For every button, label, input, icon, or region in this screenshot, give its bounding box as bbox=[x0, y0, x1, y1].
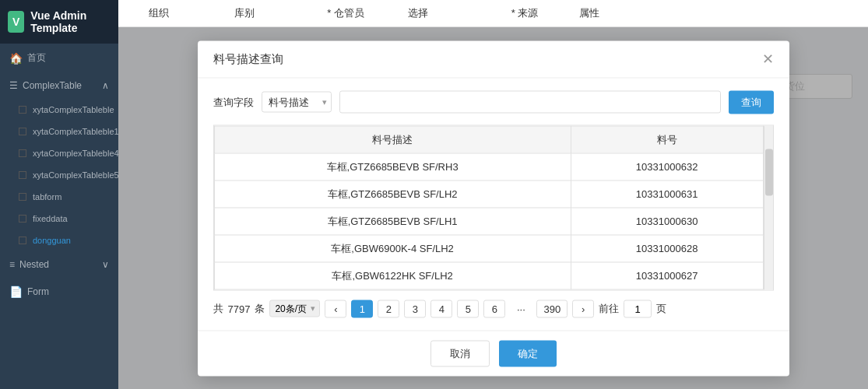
chevron-icon: ∧ bbox=[102, 80, 109, 91]
page-button-5[interactable]: 5 bbox=[457, 300, 479, 317]
cell-partno: 10331000632 bbox=[571, 153, 763, 180]
sidebar-group-nested[interactable]: ≡ Nested ∨ bbox=[0, 251, 118, 278]
sidebar-group-complex-table[interactable]: ☰ ComplexTable ∧ bbox=[0, 72, 118, 99]
col-select: 选择 bbox=[408, 6, 470, 20]
sub-item-label: xytaComplexTableble bbox=[33, 105, 114, 114]
page-button-4[interactable]: 4 bbox=[430, 300, 452, 317]
search-field-select-wrapper[interactable]: 料号描述 bbox=[262, 92, 332, 113]
page-ellipsis: ··· bbox=[510, 300, 532, 317]
col-cangguanyuan: * 仓管员 bbox=[299, 6, 392, 20]
result-table-wrapper: 料号描述 料号 车框,GTZ6685BEVB SF/RH3 1033100063… bbox=[213, 124, 774, 290]
page-button-2[interactable]: 2 bbox=[378, 300, 399, 317]
table-row[interactable]: 车框,GTZ6685BEVB SF/LH2 10331000631 bbox=[214, 180, 772, 208]
total-suffix: 条 bbox=[255, 302, 265, 316]
jump-suffix: 页 bbox=[656, 302, 666, 316]
sidebar-item-form-label: Form bbox=[27, 286, 49, 297]
total-count: 7797 bbox=[228, 303, 251, 314]
search-modal: 料号描述查询 ✕ 查询字段 料号描述 查询 bbox=[198, 40, 789, 376]
sub-item-label: xytaComplexTableble4 bbox=[33, 149, 118, 158]
sidebar-item-form[interactable]: 📄 Form bbox=[0, 278, 118, 306]
table-header-row: 料号描述 料号 bbox=[214, 126, 772, 153]
sidebar-item-label: 首页 bbox=[27, 51, 46, 65]
query-button[interactable]: 查询 bbox=[729, 90, 774, 114]
form-icon: 📄 bbox=[9, 286, 23, 298]
search-bar: 查询字段 料号描述 查询 bbox=[213, 90, 774, 114]
total-prefix: 共 bbox=[213, 302, 223, 316]
sidebar-sub-fixeddata[interactable]: fixeddata bbox=[0, 208, 118, 230]
pagination: 共 7797 条 20条/页 50条/页 ‹ 1 2 3 4 5 6 bbox=[213, 300, 774, 317]
sidebar-header: V Vue Admin Template bbox=[0, 0, 118, 44]
scroll-thumb[interactable] bbox=[765, 149, 773, 195]
app-name: Vue Admin Template bbox=[30, 9, 111, 34]
main-header: 组织 库别 * 仓管员 选择 * 来源 属性 bbox=[118, 0, 868, 27]
logo-icon: V bbox=[8, 11, 24, 33]
sidebar: V Vue Admin Template 🏠 首页 ☰ ComplexTable… bbox=[0, 0, 118, 389]
page-size-wrapper[interactable]: 20条/页 50条/页 bbox=[269, 300, 320, 317]
search-input[interactable] bbox=[339, 91, 721, 114]
col-shuxing: 属性 bbox=[579, 6, 641, 20]
prev-page-button[interactable]: ‹ bbox=[325, 300, 346, 317]
sidebar-sub-xyta4[interactable]: xytaComplexTableble5 bbox=[0, 164, 118, 186]
col-kubi: 库别 bbox=[206, 6, 283, 20]
cell-description: 车框,GBW6122HK SF/LH2 bbox=[214, 262, 571, 289]
complex-table-icon: ☰ bbox=[9, 80, 18, 91]
col-laiyuan: * 来源 bbox=[486, 6, 564, 20]
page-button-3[interactable]: 3 bbox=[404, 300, 426, 317]
result-table: 料号描述 料号 车框,GTZ6685BEVB SF/RH3 1033100063… bbox=[214, 125, 773, 289]
search-field-label: 查询字段 bbox=[213, 95, 254, 109]
confirm-button[interactable]: 确定 bbox=[499, 340, 557, 366]
main-area: 组织 库别 * 仓管员 选择 * 来源 属性 货位 料号描述查询 ✕ 查询字段 bbox=[118, 0, 868, 389]
cell-partno: 10331000628 bbox=[571, 235, 763, 262]
sidebar-sub-dongguan[interactable]: dongguan bbox=[0, 230, 118, 251]
home-icon: 🏠 bbox=[9, 52, 23, 65]
sidebar-group-label-text: ComplexTable bbox=[23, 80, 82, 91]
sidebar-group-nested-label: Nested bbox=[19, 259, 49, 270]
col-org: 组织 bbox=[128, 6, 190, 20]
page-size-select[interactable]: 20条/页 50条/页 bbox=[269, 300, 320, 317]
sidebar-sub-xyta2[interactable]: xytaComplexTableble1 bbox=[0, 121, 118, 142]
sub-item-label: tabform bbox=[33, 192, 61, 202]
jump-prefix: 前往 bbox=[599, 302, 619, 316]
cell-description: 车框,GTZ6685BEVB SF/LH2 bbox=[214, 180, 571, 208]
cell-description: 车框,GTZ6685BEVB SF/LH1 bbox=[214, 208, 571, 235]
search-field-select[interactable]: 料号描述 bbox=[262, 92, 332, 113]
modal-header: 料号描述查询 ✕ bbox=[198, 40, 789, 78]
sidebar-sub-xyta3[interactable]: xytaComplexTableble4 bbox=[0, 142, 118, 164]
sub-item-label: dongguan bbox=[33, 236, 71, 245]
scrollbar[interactable] bbox=[764, 125, 773, 289]
page-button-6[interactable]: 6 bbox=[483, 300, 505, 317]
page-button-1[interactable]: 1 bbox=[351, 300, 373, 317]
cell-description: 车框,GBW6900K-4 SF/LH2 bbox=[214, 235, 571, 262]
sidebar-sub-xyta1[interactable]: xytaComplexTableble bbox=[0, 99, 118, 121]
table-row[interactable]: 车框,GTZ6685BEVB SF/RH3 10331000632 bbox=[214, 153, 772, 180]
sidebar-sub-tabform[interactable]: tabform bbox=[0, 186, 118, 208]
main-content: 货位 料号描述查询 ✕ 查询字段 料号描述 查询 bbox=[118, 27, 868, 389]
modal-title: 料号描述查询 bbox=[213, 51, 283, 66]
modal-footer: 取消 确定 bbox=[198, 330, 789, 376]
page-button-390[interactable]: 390 bbox=[536, 300, 568, 317]
nested-icon: ≡ bbox=[9, 259, 15, 270]
table-row[interactable]: 车框,GBW6122HK SF/LH2 10331000627 bbox=[214, 262, 772, 289]
col-description: 料号描述 bbox=[214, 126, 571, 153]
modal-close-button[interactable]: ✕ bbox=[762, 52, 774, 66]
sub-item-label: xytaComplexTableble1 bbox=[33, 127, 118, 136]
cancel-button[interactable]: 取消 bbox=[430, 340, 490, 366]
table-row[interactable]: 车框,GTZ6685BEVB SF/LH1 10331000630 bbox=[214, 208, 772, 235]
table-row[interactable]: 车框,GBW6900K-4 SF/LH2 10331000628 bbox=[214, 235, 772, 262]
sub-item-label: fixeddata bbox=[33, 214, 68, 223]
sidebar-item-home[interactable]: 🏠 首页 bbox=[0, 44, 118, 72]
cell-partno: 10331000630 bbox=[571, 208, 763, 235]
next-page-button[interactable]: › bbox=[572, 300, 594, 317]
chevron-nested-icon: ∨ bbox=[102, 259, 109, 270]
cell-partno: 10331000631 bbox=[571, 180, 763, 208]
cell-description: 车框,GTZ6685BEVB SF/RH3 bbox=[214, 153, 571, 180]
cell-partno: 10331000627 bbox=[571, 262, 763, 289]
modal-body: 查询字段 料号描述 查询 料号描述 bbox=[198, 78, 789, 330]
sub-item-label: xytaComplexTableble5 bbox=[33, 170, 118, 180]
col-partno: 料号 bbox=[571, 126, 763, 153]
jump-input[interactable] bbox=[624, 300, 652, 317]
